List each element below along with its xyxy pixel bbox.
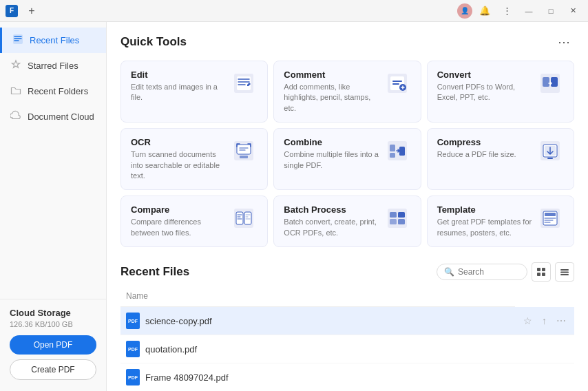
- tools-grid: Edit Edit texts and images in a file. Co…: [120, 61, 574, 247]
- file-name: quotation.pdf: [145, 344, 197, 355]
- table-row[interactable]: PDF quotation.pdf: [120, 335, 574, 363]
- tool-ocr-icon: [230, 137, 258, 165]
- file-name: Frame 48097024.pdf: [145, 372, 229, 383]
- more-button[interactable]: ⋯: [554, 314, 569, 328]
- close-button[interactable]: ✕: [563, 3, 582, 19]
- upload-button[interactable]: ↑: [539, 314, 549, 328]
- sidebar-recent-folders-label: Recent Folders: [28, 86, 88, 96]
- starred-files-icon: [10, 59, 22, 72]
- search-input[interactable]: [458, 267, 520, 277]
- file-icon: PDF: [126, 369, 140, 385]
- content-area: Quick Tools ⋯ Edit Edit texts and images…: [107, 22, 588, 391]
- file-actions: ☆ ↑ ⋯: [521, 314, 569, 328]
- tool-edit-desc: Edit texts and images in a file.: [131, 82, 230, 103]
- tool-compress-name: Compress: [437, 137, 536, 147]
- search-icon: 🔍: [444, 267, 454, 277]
- tool-compress[interactable]: Compress Reduce a PDF file size.: [427, 128, 574, 190]
- svg-rect-37: [560, 269, 569, 271]
- document-cloud-icon: [10, 110, 22, 123]
- svg-rect-9: [543, 77, 549, 87]
- tool-ocr-desc: Turn scanned documents into searchable o…: [131, 149, 230, 181]
- tool-template-icon: [536, 204, 564, 232]
- grid-view-button[interactable]: [555, 262, 574, 282]
- table-row[interactable]: PDF science-copy.pdf ☆ ↑ ⋯: [120, 307, 574, 335]
- sidebar-item-recent-folders[interactable]: Recent Folders: [0, 78, 106, 104]
- quick-tools-more-button[interactable]: ⋯: [554, 33, 574, 51]
- sidebar: Recent Files Starred Files Recent Folder…: [0, 22, 107, 391]
- sidebar-item-recent-files[interactable]: Recent Files: [0, 28, 106, 53]
- tool-edit[interactable]: Edit Edit texts and images in a file.: [120, 61, 268, 123]
- svg-rect-35: [537, 273, 540, 276]
- tool-ocr-name: OCR: [131, 137, 230, 147]
- maximize-button[interactable]: □: [541, 3, 560, 19]
- tool-compare[interactable]: Compare Compare differences between two …: [120, 196, 268, 247]
- tool-batch-process-desc: Batch convert, create, print, OCR PDFs, …: [284, 217, 383, 238]
- tool-convert[interactable]: Convert Convert PDFs to Word, Excel, PPT…: [427, 61, 574, 123]
- svg-rect-23: [236, 212, 243, 224]
- notifications-button[interactable]: 🔔: [475, 3, 494, 19]
- cloud-storage-title: Cloud Storage: [10, 308, 96, 318]
- tool-ocr[interactable]: OCR Turn scanned documents into searchab…: [120, 128, 268, 190]
- svg-rect-5: [392, 81, 402, 82]
- tool-comment[interactable]: Comment Add comments, like highlights, p…: [273, 61, 421, 123]
- svg-rect-24: [244, 212, 251, 224]
- file-icon: PDF: [126, 341, 140, 357]
- tool-batch-process[interactable]: Batch Process Batch convert, create, pri…: [273, 196, 421, 247]
- tool-convert-name: Convert: [437, 70, 536, 80]
- svg-rect-26: [390, 212, 397, 218]
- table-row[interactable]: PDF Frame 48097024.pdf: [120, 363, 574, 391]
- tool-compress-desc: Reduce a PDF file size.: [437, 149, 536, 160]
- more-options-button[interactable]: ⋮: [497, 3, 516, 19]
- new-tab-button[interactable]: +: [23, 3, 40, 19]
- open-pdf-button[interactable]: Open PDF: [10, 335, 96, 355]
- svg-rect-38: [560, 272, 569, 273]
- tool-comment-icon: [384, 70, 411, 97]
- main-layout: Recent Files Starred Files Recent Folder…: [0, 22, 588, 391]
- quick-tools-header: Quick Tools ⋯: [120, 33, 574, 51]
- file-name-cell: PDF science-copy.pdf: [126, 313, 510, 329]
- files-table: Name PDF science-copy.pdf: [120, 288, 574, 391]
- sidebar-item-document-cloud[interactable]: Document Cloud: [0, 104, 106, 129]
- list-view-button[interactable]: [532, 262, 551, 282]
- svg-rect-34: [542, 268, 545, 271]
- cloud-storage-section: Cloud Storage 126.36 KB/100 GB Open PDF …: [0, 299, 106, 391]
- tool-combine[interactable]: Combine Combine multiple files into a si…: [273, 128, 421, 190]
- tool-template-name: Template: [437, 204, 536, 215]
- tool-comment-name: Comment: [284, 70, 383, 80]
- star-button[interactable]: ☆: [521, 314, 535, 328]
- svg-rect-36: [542, 273, 545, 276]
- svg-rect-12: [237, 145, 251, 154]
- svg-rect-28: [390, 219, 397, 224]
- sidebar-item-starred-files[interactable]: Starred Files: [0, 53, 106, 78]
- tool-batch-process-icon: [384, 204, 411, 232]
- create-pdf-button[interactable]: Create PDF: [10, 359, 96, 380]
- tool-compare-name: Compare: [131, 204, 230, 215]
- tool-combine-desc: Combine multiple files into a single PDF…: [284, 149, 383, 171]
- tool-edit-name: Edit: [131, 70, 230, 80]
- sidebar-document-cloud-label: Document Cloud: [28, 112, 94, 122]
- svg-rect-13: [240, 156, 248, 158]
- recent-folders-icon: [10, 85, 22, 98]
- svg-rect-29: [398, 219, 405, 224]
- recent-files-header: Recent Files 🔍: [120, 262, 574, 282]
- recent-files-icon: [12, 34, 24, 47]
- file-icon: PDF: [126, 313, 140, 329]
- sidebar-starred-files-label: Starred Files: [28, 61, 78, 71]
- tool-template[interactable]: Template Get great PDF templates for res…: [427, 196, 574, 247]
- search-input-wrap: 🔍: [437, 264, 527, 280]
- svg-rect-39: [560, 274, 569, 275]
- title-bar-left: F +: [6, 3, 40, 19]
- svg-rect-33: [537, 268, 540, 271]
- recent-files-title: Recent Files: [120, 265, 189, 279]
- sidebar-nav: Recent Files Starred Files Recent Folder…: [0, 22, 106, 299]
- svg-rect-32: [545, 213, 556, 216]
- minimize-button[interactable]: —: [519, 3, 538, 19]
- quick-tools-title: Quick Tools: [120, 35, 187, 49]
- file-name: science-copy.pdf: [145, 316, 212, 326]
- file-name-cell: PDF quotation.pdf: [126, 341, 510, 357]
- tool-edit-icon: [230, 70, 258, 97]
- svg-rect-17: [399, 147, 405, 156]
- svg-rect-16: [390, 153, 395, 158]
- title-bar: F + 👤 🔔 ⋮ — □ ✕: [0, 0, 588, 22]
- tool-combine-name: Combine: [284, 137, 383, 147]
